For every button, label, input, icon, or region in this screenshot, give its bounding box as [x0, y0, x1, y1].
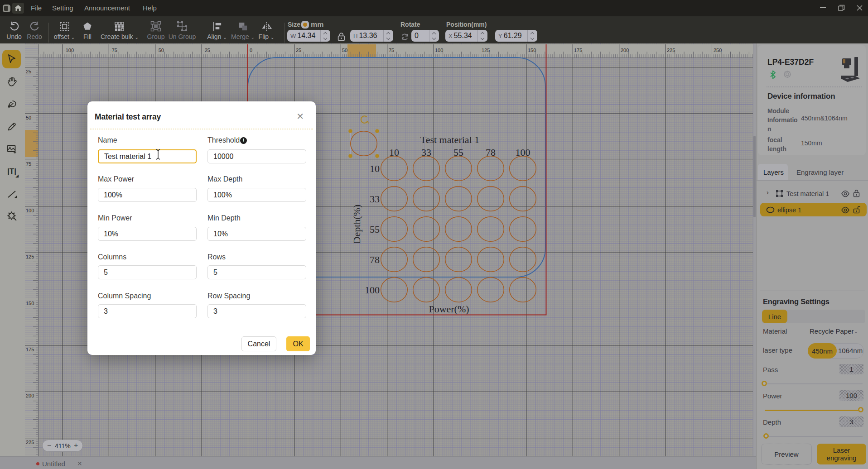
- svg-text:50: 50: [26, 115, 31, 120]
- svg-text:-50: -50: [157, 48, 164, 53]
- svg-text:175: 175: [574, 48, 582, 53]
- svg-text:25: 25: [26, 69, 31, 74]
- svg-text:0: 0: [250, 48, 252, 53]
- svg-text:55: 55: [370, 224, 380, 235]
- svg-text:33: 33: [370, 193, 380, 205]
- svg-text:100: 100: [435, 48, 443, 53]
- svg-text:100: 100: [26, 208, 34, 213]
- svg-text:200: 200: [621, 48, 629, 53]
- svg-text:Power(%): Power(%): [429, 303, 469, 315]
- svg-text:25: 25: [296, 48, 301, 53]
- svg-text:175: 175: [26, 347, 34, 352]
- svg-text:-25: -25: [203, 48, 210, 53]
- svg-text:50: 50: [342, 48, 347, 53]
- svg-text:150: 150: [528, 48, 536, 53]
- svg-text:225: 225: [667, 48, 675, 53]
- svg-text:75: 75: [389, 48, 394, 53]
- svg-text:125: 125: [26, 254, 34, 259]
- svg-text:10: 10: [370, 163, 380, 174]
- svg-text:225: 225: [26, 440, 34, 445]
- svg-text:-100: -100: [64, 48, 74, 53]
- svg-text:33: 33: [421, 147, 431, 158]
- svg-text:55: 55: [453, 147, 463, 158]
- svg-text:10: 10: [389, 147, 399, 158]
- svg-text:125: 125: [482, 48, 490, 53]
- svg-text:75: 75: [26, 161, 31, 167]
- svg-text:78: 78: [486, 147, 496, 158]
- svg-text:250: 250: [714, 48, 722, 53]
- svg-text:78: 78: [370, 254, 380, 265]
- svg-text:200: 200: [26, 393, 34, 398]
- svg-text:100: 100: [516, 147, 530, 158]
- svg-text:100: 100: [365, 284, 380, 296]
- svg-text:Depth(%): Depth(%): [351, 205, 362, 244]
- svg-text:-75: -75: [110, 48, 117, 53]
- svg-text:Test material 1: Test material 1: [420, 134, 479, 145]
- svg-text:150: 150: [26, 301, 34, 306]
